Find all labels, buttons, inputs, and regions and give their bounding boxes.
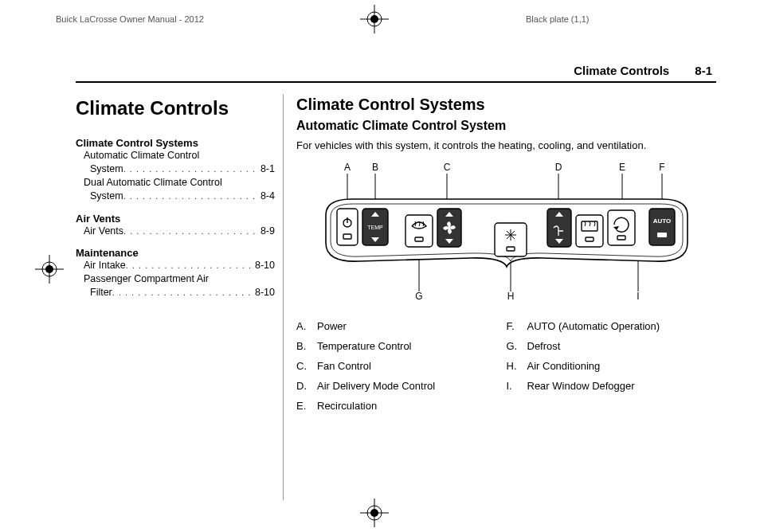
toc-group-heading: Air Vents xyxy=(76,213,275,225)
toc-leader-dots xyxy=(123,162,257,176)
svg-text:TEMP: TEMP xyxy=(367,225,383,230)
legend-letter: B. xyxy=(296,340,317,352)
callout-letter: E xyxy=(618,162,625,173)
callout-letter: I xyxy=(637,291,639,302)
toc-group-heading: Climate Control Systems xyxy=(76,137,275,149)
legend-item: I.Rear Window Defogger xyxy=(507,380,717,392)
toc-item-label: Passenger Compartment Air xyxy=(84,272,275,286)
svg-text:AUTO: AUTO xyxy=(652,217,671,225)
legend-text: Defrost xyxy=(527,340,717,352)
toc-item-label: Dual Automatic Climate Control xyxy=(84,176,275,190)
legend-letter: H. xyxy=(507,360,527,372)
legend-text: Rear Window Defogger xyxy=(527,380,717,392)
running-section: Climate Controls xyxy=(574,64,669,77)
legend-item: F.AUTO (Automatic Operation) xyxy=(507,320,717,332)
callout-letter: B xyxy=(371,162,378,173)
callout-letter: F xyxy=(659,162,664,173)
legend-text: Temperature Control xyxy=(317,340,507,352)
toc-leader-dots xyxy=(112,286,252,299)
legend-letter: D. xyxy=(296,380,317,392)
legend-item: D.Air Delivery Mode Control xyxy=(296,380,507,392)
legend-letter: G. xyxy=(507,340,527,352)
svg-rect-52 xyxy=(657,233,667,237)
content-columns: Climate Controls Climate Control Systems… xyxy=(76,94,716,500)
defrost-button-icon xyxy=(405,215,433,247)
rear-defog-button-icon xyxy=(576,215,603,247)
legend-text: Air Delivery Mode Control xyxy=(317,380,507,392)
diagram-legend: A.Power B.Temperature Control C.Fan Cont… xyxy=(296,317,716,420)
toc-leader-dots xyxy=(123,190,257,203)
svg-point-11 xyxy=(370,509,378,517)
toc-group-heading: Maintenance xyxy=(76,247,275,259)
legend-letter: A. xyxy=(296,320,317,332)
header-rule xyxy=(76,81,716,83)
toc-column: Climate Controls Climate Control Systems… xyxy=(76,94,284,500)
toc-item-label: Air Intake xyxy=(84,259,126,272)
toc-item-page: 8-4 xyxy=(257,190,275,203)
toc-item-label: Filter xyxy=(90,286,112,299)
legend-column-left: A.Power B.Temperature Control C.Fan Cont… xyxy=(296,317,507,420)
svg-rect-29 xyxy=(405,215,433,247)
toc-item: Passenger Compartment Air Filter 8-10 xyxy=(84,272,275,299)
legend-text: Power xyxy=(317,320,507,332)
running-header: Climate Controls 8-1 xyxy=(574,64,712,77)
legend-letter: C. xyxy=(296,360,317,372)
legend-text: Fan Control xyxy=(317,360,507,372)
toc-item-page: 8-9 xyxy=(257,225,275,238)
legend-item: B.Temperature Control xyxy=(296,340,507,352)
svg-rect-50 xyxy=(649,209,675,245)
legend-item: A.Power xyxy=(296,320,507,332)
manual-page: Buick LaCrosse Owner Manual - 2012 Black… xyxy=(0,0,760,532)
legend-item: C.Fan Control xyxy=(296,360,507,372)
toc-item: Air Intake 8-10 xyxy=(84,259,275,272)
legend-item: E.Recirculation xyxy=(296,400,507,412)
mode-button-icon xyxy=(547,209,571,247)
control-panel-diagram: A B C D E F G H I xyxy=(319,159,694,306)
callout-letter: G xyxy=(415,291,422,302)
fan-button-icon xyxy=(437,209,461,247)
callout-letter: A xyxy=(343,162,350,173)
legend-text: Recirculation xyxy=(317,400,507,412)
toc-item-page: 8-1 xyxy=(257,162,275,176)
section-title: Climate Control Systems xyxy=(296,96,716,114)
doc-title: Buick LaCrosse Owner Manual - 2012 xyxy=(56,14,204,24)
running-page-number: 8-1 xyxy=(695,64,712,77)
power-button-icon xyxy=(337,209,358,245)
callout-letter: D xyxy=(554,162,562,173)
svg-point-7 xyxy=(45,265,53,273)
toc-item-label: System xyxy=(90,162,123,176)
crop-mark-top-icon xyxy=(351,5,398,33)
recirc-button-icon xyxy=(608,210,635,245)
legend-text: AUTO (Automatic Operation) xyxy=(527,320,717,332)
ac-button-icon xyxy=(495,223,527,256)
toc-item-label: System xyxy=(90,190,123,203)
toc-leader-dots xyxy=(123,225,257,238)
crop-mark-left-icon xyxy=(35,245,64,293)
toc-item-page: 8-10 xyxy=(252,286,275,299)
chapter-title: Climate Controls xyxy=(76,97,275,119)
legend-letter: F. xyxy=(507,320,527,332)
temp-button-icon: TEMP xyxy=(362,209,388,245)
main-content: Climate Control Systems Automatic Climat… xyxy=(284,94,716,500)
intro-paragraph: For vehicles with this system, it contro… xyxy=(296,139,716,151)
toc-item: Automatic Climate Control System 8-1 xyxy=(84,149,275,176)
crop-mark-bottom-icon xyxy=(351,499,398,527)
legend-letter: E. xyxy=(296,400,317,412)
toc-item: Dual Automatic Climate Control System 8-… xyxy=(84,176,275,203)
legend-column-right: F.AUTO (Automatic Operation) G.Defrost H… xyxy=(507,317,717,420)
toc-item-label: Automatic Climate Control xyxy=(84,149,275,162)
auto-button-icon: AUTO xyxy=(649,209,675,245)
toc-item-label: Air Vents xyxy=(84,225,123,238)
callout-letter: H xyxy=(507,291,514,302)
toc-item-page: 8-10 xyxy=(252,259,275,272)
plate-label: Black plate (1,1) xyxy=(526,14,589,24)
legend-letter: I. xyxy=(507,380,527,392)
callout-letter: C xyxy=(443,162,450,173)
legend-item: G.Defrost xyxy=(507,340,717,352)
legend-text: Air Conditioning xyxy=(527,360,717,372)
svg-point-3 xyxy=(370,15,378,23)
subsection-title: Automatic Climate Control System xyxy=(296,119,716,133)
toc-item: Air Vents 8-9 xyxy=(84,225,275,238)
legend-item: H.Air Conditioning xyxy=(507,360,717,372)
toc-leader-dots xyxy=(126,259,252,272)
